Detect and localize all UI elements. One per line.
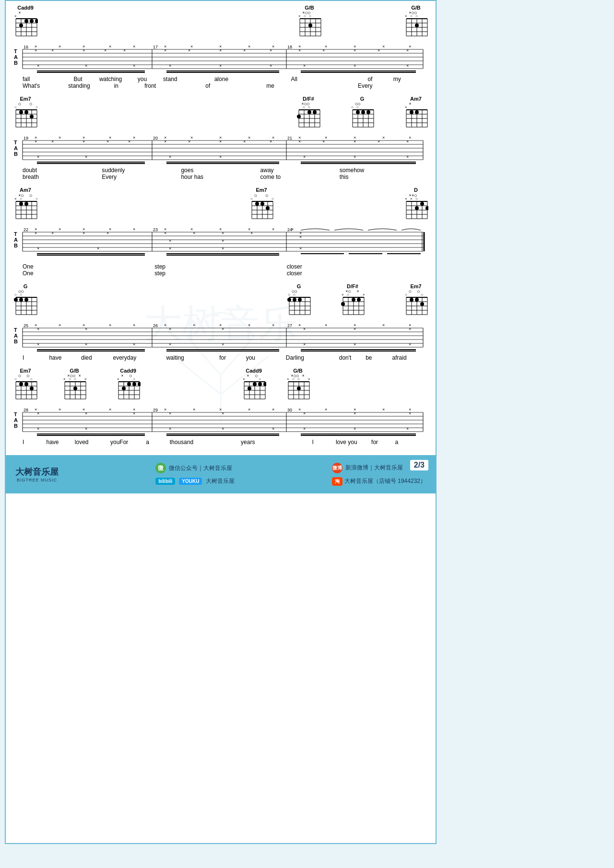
page-number: 2/3	[410, 460, 428, 470]
svg-point-457	[73, 387, 77, 390]
svg-text:×: ×	[303, 327, 306, 331]
svg-text:×: ×	[85, 342, 87, 347]
svg-text:×: ×	[37, 63, 39, 68]
svg-text:×: ×	[354, 426, 356, 431]
svg-text:×: ×	[59, 323, 61, 328]
svg-text:×: ×	[14, 15, 17, 18]
svg-text:30: 30	[287, 408, 292, 412]
svg-text:28: 28	[24, 408, 28, 412]
svg-text:×: ×	[222, 411, 224, 416]
svg-text:×: ×	[298, 48, 301, 53]
svg-text:×: ×	[405, 198, 407, 201]
lyrics-row-1: fall But watching you stand alone All of…	[13, 76, 428, 82]
svg-text:×: ×	[188, 48, 190, 53]
section-1: Cadd9 ×	[13, 5, 428, 89]
svg-point-115	[24, 110, 28, 114]
svg-text:×: ×	[298, 323, 301, 328]
svg-point-262	[420, 202, 424, 206]
svg-point-146	[366, 110, 370, 114]
taobao-label: 大树音乐屋（店铺号 1944232）	[344, 477, 426, 485]
svg-text:×: ×	[272, 426, 274, 431]
chord-g-2: G ○○	[350, 96, 375, 128]
svg-text:○: ○	[347, 293, 349, 297]
svg-text:×: ×	[270, 139, 272, 144]
svg-text:×: ×	[272, 323, 274, 328]
svg-text:×: ×	[59, 407, 61, 412]
svg-text:○: ○	[14, 378, 17, 381]
svg-text:×: ×	[248, 323, 250, 328]
svg-text:×: ×	[128, 139, 130, 144]
weibo-icon: 微博	[332, 463, 342, 473]
svg-point-144	[356, 110, 360, 114]
svg-text:×: ×	[342, 293, 344, 297]
lyrics-row-2: What's standing in front of me Every	[13, 82, 428, 89]
section-5: Em7 ○ ○	[13, 368, 428, 446]
svg-text:×: ×	[272, 44, 274, 49]
svg-point-10	[19, 23, 23, 27]
svg-text:×: ×	[298, 15, 301, 18]
svg-point-130	[307, 110, 311, 114]
svg-text:○: ○	[20, 198, 22, 201]
svg-point-39	[415, 23, 419, 27]
svg-text:×: ×	[299, 235, 302, 239]
chord-gb-3: G/B ×○○ × ×	[62, 368, 87, 400]
svg-text:×: ×	[85, 411, 87, 416]
svg-point-346	[298, 298, 302, 302]
svg-point-491	[263, 382, 266, 386]
svg-text:20: 20	[153, 136, 158, 141]
chord-g-3: G ○○	[13, 283, 38, 316]
svg-text:○: ○	[308, 106, 310, 109]
section-2: Em7 ○ ○	[13, 96, 428, 180]
svg-text:×: ×	[133, 227, 135, 232]
svg-text:27: 27	[287, 323, 292, 328]
svg-text:×: ×	[409, 44, 411, 49]
svg-text:×: ×	[287, 378, 289, 381]
svg-text:○: ○	[74, 378, 76, 381]
svg-text:×: ×	[164, 323, 166, 328]
svg-text:×: ×	[63, 378, 66, 381]
svg-text:×: ×	[291, 227, 294, 232]
svg-text:×: ×	[51, 139, 54, 144]
lyrics-s2-row2: breath Every hour has come to this	[13, 174, 428, 180]
svg-text:×: ×	[405, 106, 407, 109]
chord-dfsharp-1: D/F# ×○○	[296, 96, 321, 128]
svg-text:×: ×	[37, 342, 39, 347]
svg-text:×: ×	[37, 411, 39, 416]
svg-text:×: ×	[164, 231, 166, 235]
svg-point-504	[297, 387, 301, 390]
svg-text:×: ×	[169, 238, 171, 243]
svg-text:×: ×	[303, 426, 306, 431]
svg-text:×: ×	[354, 327, 356, 331]
wechat-icon: 微	[155, 463, 166, 473]
svg-text:16: 16	[24, 45, 28, 49]
svg-point-131	[313, 110, 317, 114]
svg-point-474	[132, 382, 136, 386]
svg-point-330	[19, 298, 23, 302]
svg-text:×: ×	[406, 139, 409, 144]
svg-text:B: B	[14, 423, 18, 429]
svg-text:23: 23	[153, 227, 158, 232]
section-3: Am7 ×○ ○ ×	[13, 187, 428, 276]
svg-text:22: 22	[24, 227, 28, 232]
svg-text:×: ×	[37, 246, 39, 251]
svg-point-13	[35, 19, 38, 23]
svg-text:17: 17	[153, 45, 158, 49]
svg-text:○: ○	[30, 378, 33, 381]
svg-point-129	[297, 115, 301, 118]
svg-text:×: ×	[409, 342, 411, 347]
svg-text:×: ×	[85, 426, 87, 431]
svg-text:×: ×	[106, 139, 109, 144]
svg-point-11	[24, 19, 28, 23]
svg-text:○: ○	[405, 293, 407, 297]
svg-text:×: ×	[325, 44, 327, 49]
svg-point-472	[122, 387, 126, 390]
svg-text:×: ×	[405, 15, 407, 18]
svg-text:×: ×	[248, 135, 250, 140]
svg-point-490	[258, 382, 262, 386]
svg-point-116	[30, 115, 34, 118]
svg-text:×: ×	[325, 323, 327, 328]
svg-point-344	[287, 298, 291, 302]
svg-text:×: ×	[222, 426, 224, 431]
svg-text:×: ×	[322, 139, 325, 144]
svg-point-331	[24, 298, 28, 302]
